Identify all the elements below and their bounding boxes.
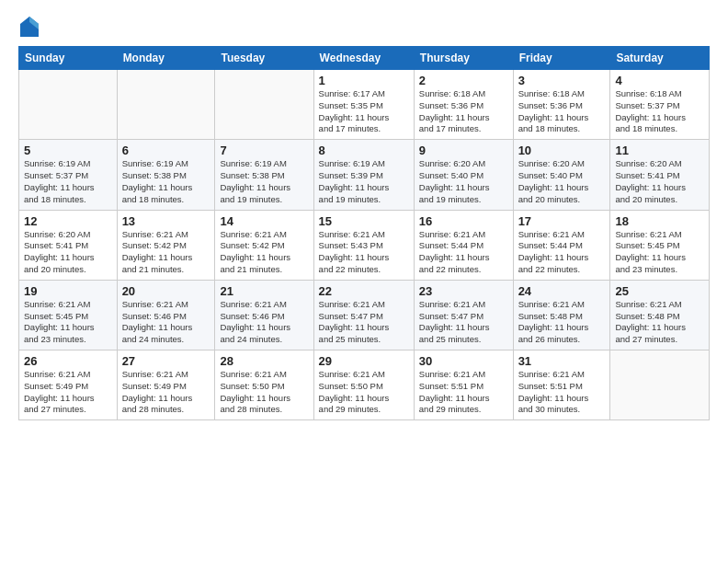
day-info: Sunrise: 6:21 AM Sunset: 5:45 PM Dayligh… <box>24 299 112 346</box>
day-number: 18 <box>615 214 704 228</box>
day-cell-11: 11Sunrise: 6:20 AM Sunset: 5:41 PM Dayli… <box>610 140 710 210</box>
week-row-1: 1Sunrise: 6:17 AM Sunset: 5:35 PM Daylig… <box>19 70 710 140</box>
day-info: Sunrise: 6:21 AM Sunset: 5:49 PM Dayligh… <box>122 369 210 416</box>
calendar-table: SundayMondayTuesdayWednesdayThursdayFrid… <box>18 46 710 420</box>
header <box>18 17 710 37</box>
day-cell-7: 7Sunrise: 6:19 AM Sunset: 5:38 PM Daylig… <box>215 140 313 210</box>
empty-cell <box>19 70 118 140</box>
day-cell-29: 29Sunrise: 6:21 AM Sunset: 5:50 PM Dayli… <box>313 350 414 420</box>
day-cell-14: 14Sunrise: 6:21 AM Sunset: 5:42 PM Dayli… <box>215 210 313 280</box>
day-number: 23 <box>419 284 508 298</box>
day-cell-30: 30Sunrise: 6:21 AM Sunset: 5:51 PM Dayli… <box>414 350 513 420</box>
week-row-5: 26Sunrise: 6:21 AM Sunset: 5:49 PM Dayli… <box>19 350 710 420</box>
day-cell-26: 26Sunrise: 6:21 AM Sunset: 5:49 PM Dayli… <box>19 350 118 420</box>
day-info: Sunrise: 6:21 AM Sunset: 5:50 PM Dayligh… <box>319 369 409 416</box>
week-row-3: 12Sunrise: 6:20 AM Sunset: 5:41 PM Dayli… <box>19 210 710 280</box>
day-info: Sunrise: 6:18 AM Sunset: 5:37 PM Dayligh… <box>615 88 704 135</box>
day-number: 22 <box>319 284 409 298</box>
day-info: Sunrise: 6:21 AM Sunset: 5:51 PM Dayligh… <box>419 369 508 416</box>
day-info: Sunrise: 6:19 AM Sunset: 5:37 PM Dayligh… <box>24 158 112 205</box>
day-number: 14 <box>220 214 308 228</box>
day-number: 4 <box>615 74 704 87</box>
day-cell-2: 2Sunrise: 6:18 AM Sunset: 5:36 PM Daylig… <box>414 70 513 140</box>
day-number: 30 <box>419 354 508 368</box>
day-number: 21 <box>220 284 308 298</box>
day-cell-27: 27Sunrise: 6:21 AM Sunset: 5:49 PM Dayli… <box>117 350 215 420</box>
day-number: 3 <box>518 74 606 87</box>
day-number: 19 <box>24 284 112 298</box>
day-cell-10: 10Sunrise: 6:20 AM Sunset: 5:40 PM Dayli… <box>513 140 610 210</box>
week-row-2: 5Sunrise: 6:19 AM Sunset: 5:37 PM Daylig… <box>19 140 710 210</box>
day-cell-23: 23Sunrise: 6:21 AM Sunset: 5:47 PM Dayli… <box>414 280 513 350</box>
day-number: 27 <box>122 354 210 368</box>
day-number: 17 <box>518 214 606 228</box>
page: SundayMondayTuesdayWednesdayThursdayFrid… <box>0 0 728 563</box>
weekday-header-row: SundayMondayTuesdayWednesdayThursdayFrid… <box>19 47 710 70</box>
day-info: Sunrise: 6:21 AM Sunset: 5:48 PM Dayligh… <box>518 299 606 346</box>
day-info: Sunrise: 6:21 AM Sunset: 5:51 PM Dayligh… <box>518 369 606 416</box>
logo <box>18 17 44 37</box>
week-row-4: 19Sunrise: 6:21 AM Sunset: 5:45 PM Dayli… <box>19 280 710 350</box>
day-info: Sunrise: 6:20 AM Sunset: 5:41 PM Dayligh… <box>615 158 704 205</box>
day-cell-25: 25Sunrise: 6:21 AM Sunset: 5:48 PM Dayli… <box>610 280 710 350</box>
day-cell-6: 6Sunrise: 6:19 AM Sunset: 5:38 PM Daylig… <box>117 140 215 210</box>
day-cell-28: 28Sunrise: 6:21 AM Sunset: 5:50 PM Dayli… <box>215 350 313 420</box>
day-info: Sunrise: 6:18 AM Sunset: 5:36 PM Dayligh… <box>419 88 508 135</box>
weekday-tuesday: Tuesday <box>215 47 313 70</box>
day-info: Sunrise: 6:21 AM Sunset: 5:43 PM Dayligh… <box>319 229 409 276</box>
day-info: Sunrise: 6:20 AM Sunset: 5:40 PM Dayligh… <box>518 158 606 205</box>
day-info: Sunrise: 6:21 AM Sunset: 5:50 PM Dayligh… <box>220 369 308 416</box>
day-cell-15: 15Sunrise: 6:21 AM Sunset: 5:43 PM Dayli… <box>313 210 414 280</box>
day-number: 31 <box>518 354 606 368</box>
day-info: Sunrise: 6:21 AM Sunset: 5:44 PM Dayligh… <box>518 229 606 276</box>
day-number: 25 <box>615 284 704 298</box>
day-cell-16: 16Sunrise: 6:21 AM Sunset: 5:44 PM Dayli… <box>414 210 513 280</box>
day-number: 26 <box>24 354 112 368</box>
weekday-sunday: Sunday <box>19 47 118 70</box>
day-info: Sunrise: 6:21 AM Sunset: 5:46 PM Dayligh… <box>220 299 308 346</box>
day-cell-22: 22Sunrise: 6:21 AM Sunset: 5:47 PM Dayli… <box>313 280 414 350</box>
day-number: 16 <box>419 214 508 228</box>
empty-cell <box>610 350 710 420</box>
day-cell-9: 9Sunrise: 6:20 AM Sunset: 5:40 PM Daylig… <box>414 140 513 210</box>
day-number: 2 <box>419 74 508 87</box>
day-cell-19: 19Sunrise: 6:21 AM Sunset: 5:45 PM Dayli… <box>19 280 118 350</box>
day-cell-20: 20Sunrise: 6:21 AM Sunset: 5:46 PM Dayli… <box>117 280 215 350</box>
day-cell-3: 3Sunrise: 6:18 AM Sunset: 5:36 PM Daylig… <box>513 70 610 140</box>
day-info: Sunrise: 6:21 AM Sunset: 5:45 PM Dayligh… <box>615 229 704 276</box>
day-cell-18: 18Sunrise: 6:21 AM Sunset: 5:45 PM Dayli… <box>610 210 710 280</box>
day-cell-31: 31Sunrise: 6:21 AM Sunset: 5:51 PM Dayli… <box>513 350 610 420</box>
day-number: 28 <box>220 354 308 368</box>
weekday-friday: Friday <box>513 47 610 70</box>
day-info: Sunrise: 6:21 AM Sunset: 5:49 PM Dayligh… <box>24 369 112 416</box>
day-info: Sunrise: 6:19 AM Sunset: 5:38 PM Dayligh… <box>122 158 210 205</box>
day-number: 13 <box>122 214 210 228</box>
day-cell-12: 12Sunrise: 6:20 AM Sunset: 5:41 PM Dayli… <box>19 210 118 280</box>
day-number: 24 <box>518 284 606 298</box>
day-cell-24: 24Sunrise: 6:21 AM Sunset: 5:48 PM Dayli… <box>513 280 610 350</box>
day-number: 5 <box>24 144 112 157</box>
day-number: 15 <box>319 214 409 228</box>
day-cell-17: 17Sunrise: 6:21 AM Sunset: 5:44 PM Dayli… <box>513 210 610 280</box>
weekday-monday: Monday <box>117 47 215 70</box>
logo-icon <box>20 17 39 37</box>
day-cell-5: 5Sunrise: 6:19 AM Sunset: 5:37 PM Daylig… <box>19 140 118 210</box>
empty-cell <box>215 70 313 140</box>
day-info: Sunrise: 6:21 AM Sunset: 5:48 PM Dayligh… <box>615 299 704 346</box>
day-number: 1 <box>319 74 409 87</box>
day-cell-4: 4Sunrise: 6:18 AM Sunset: 5:37 PM Daylig… <box>610 70 710 140</box>
day-cell-13: 13Sunrise: 6:21 AM Sunset: 5:42 PM Dayli… <box>117 210 215 280</box>
day-number: 7 <box>220 144 308 157</box>
day-info: Sunrise: 6:21 AM Sunset: 5:46 PM Dayligh… <box>122 299 210 346</box>
day-info: Sunrise: 6:21 AM Sunset: 5:47 PM Dayligh… <box>319 299 409 346</box>
day-number: 20 <box>122 284 210 298</box>
day-cell-21: 21Sunrise: 6:21 AM Sunset: 5:46 PM Dayli… <box>215 280 313 350</box>
day-info: Sunrise: 6:21 AM Sunset: 5:42 PM Dayligh… <box>220 229 308 276</box>
day-info: Sunrise: 6:18 AM Sunset: 5:36 PM Dayligh… <box>518 88 606 135</box>
day-number: 11 <box>615 144 704 157</box>
empty-cell <box>117 70 215 140</box>
day-number: 8 <box>319 144 409 157</box>
day-number: 12 <box>24 214 112 228</box>
day-number: 10 <box>518 144 606 157</box>
day-info: Sunrise: 6:20 AM Sunset: 5:40 PM Dayligh… <box>419 158 508 205</box>
